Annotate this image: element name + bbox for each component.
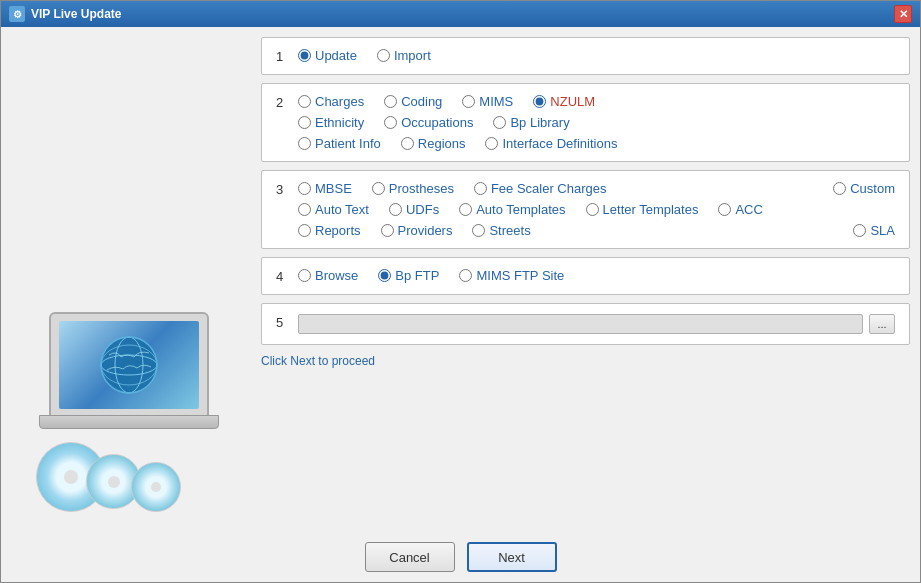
section-2-row-3: Patient Info Regions Interface Definitio… (298, 136, 895, 151)
radio-occupations-label: Occupations (401, 115, 473, 130)
browse-dots-button[interactable]: ... (869, 314, 895, 334)
section-2-header: 2 Charges Coding (276, 94, 895, 151)
section-4: 4 Browse Bp FTP (261, 257, 910, 295)
radio-feescaler[interactable]: Fee Scaler Charges (474, 181, 607, 196)
radio-reports-input[interactable] (298, 224, 311, 237)
section-3-row-3: Reports Providers Streets (298, 223, 895, 238)
radio-feescaler-label: Fee Scaler Charges (491, 181, 607, 196)
radio-lettertemplates-label: Letter Templates (603, 202, 699, 217)
title-bar-left: ⚙ VIP Live Update (9, 6, 121, 22)
section-3-content: MBSE Prostheses Fee Scaler Charges (298, 181, 895, 238)
radio-mimsftp-input[interactable] (459, 269, 472, 282)
radio-bpftp-label: Bp FTP (395, 268, 439, 283)
radio-nzulm-input[interactable] (533, 95, 546, 108)
radio-streets[interactable]: Streets (472, 223, 530, 238)
radio-regions[interactable]: Regions (401, 136, 466, 151)
section-4-row: Browse Bp FTP MIMS FTP Site (298, 268, 895, 283)
radio-charges[interactable]: Charges (298, 94, 364, 109)
radio-lettertemplates-input[interactable] (586, 203, 599, 216)
radio-streets-input[interactable] (472, 224, 485, 237)
radio-regions-input[interactable] (401, 137, 414, 150)
radio-coding[interactable]: Coding (384, 94, 442, 109)
click-next-text: Click Next to proceed (261, 353, 910, 368)
radio-udfs-input[interactable] (389, 203, 402, 216)
radio-patientinfo[interactable]: Patient Info (298, 136, 381, 151)
radio-reports[interactable]: Reports (298, 223, 361, 238)
radio-providers-input[interactable] (381, 224, 394, 237)
radio-bpftp-input[interactable] (378, 269, 391, 282)
laptop-screen-inner (59, 321, 199, 409)
click-next-label: Click Next to proceed (261, 354, 375, 368)
radio-import-label: Import (394, 48, 431, 63)
radio-prostheses-input[interactable] (372, 182, 385, 195)
section-4-content: Browse Bp FTP MIMS FTP Site (298, 268, 895, 283)
radio-mimsftp[interactable]: MIMS FTP Site (459, 268, 564, 283)
radio-import[interactable]: Import (377, 48, 431, 63)
radio-bplibrary-label: Bp Library (510, 115, 569, 130)
section-2-row-2: Ethnicity Occupations Bp Library (298, 115, 895, 130)
radio-prostheses-label: Prostheses (389, 181, 454, 196)
radio-nzulm[interactable]: NZULM (533, 94, 595, 109)
section-1-header: 1 Update Import (276, 48, 895, 64)
radio-mbse-label: MBSE (315, 181, 352, 196)
main-window: ⚙ VIP Live Update ✕ (0, 0, 921, 583)
radio-autotext-label: Auto Text (315, 202, 369, 217)
radio-providers-label: Providers (398, 223, 453, 238)
radio-patientinfo-input[interactable] (298, 137, 311, 150)
radio-acc[interactable]: ACC (718, 202, 762, 217)
radio-occupations[interactable]: Occupations (384, 115, 473, 130)
section-1-num: 1 (276, 48, 290, 64)
radio-browse[interactable]: Browse (298, 268, 358, 283)
radio-sla-input[interactable] (853, 224, 866, 237)
radio-feescaler-input[interactable] (474, 182, 487, 195)
radio-interfacedefs[interactable]: Interface Definitions (485, 136, 617, 151)
right-panel: 1 Update Import (261, 37, 910, 522)
radio-prostheses[interactable]: Prostheses (372, 181, 454, 196)
radio-mims[interactable]: MIMS (462, 94, 513, 109)
radio-interfacedefs-label: Interface Definitions (502, 136, 617, 151)
radio-sla[interactable]: SLA (853, 223, 895, 238)
radio-bplibrary-input[interactable] (493, 116, 506, 129)
radio-autotext[interactable]: Auto Text (298, 202, 369, 217)
section-3-row-1: MBSE Prostheses Fee Scaler Charges (298, 181, 895, 196)
section-2-content: Charges Coding MIMS (298, 94, 895, 151)
radio-mimsftp-label: MIMS FTP Site (476, 268, 564, 283)
section-2: 2 Charges Coding (261, 83, 910, 162)
radio-mbse-input[interactable] (298, 182, 311, 195)
radio-interfacedefs-input[interactable] (485, 137, 498, 150)
close-button[interactable]: ✕ (894, 5, 912, 23)
radio-bpftp[interactable]: Bp FTP (378, 268, 439, 283)
radio-autotext-input[interactable] (298, 203, 311, 216)
radio-mbse[interactable]: MBSE (298, 181, 352, 196)
radio-ethnicity-input[interactable] (298, 116, 311, 129)
radio-lettertemplates[interactable]: Letter Templates (586, 202, 699, 217)
radio-import-input[interactable] (377, 49, 390, 62)
radio-autotemplates[interactable]: Auto Templates (459, 202, 565, 217)
next-button[interactable]: Next (467, 542, 557, 572)
globe-icon (99, 335, 159, 395)
radio-autotemplates-input[interactable] (459, 203, 472, 216)
radio-acc-label: ACC (735, 202, 762, 217)
radio-coding-label: Coding (401, 94, 442, 109)
radio-acc-input[interactable] (718, 203, 731, 216)
radio-update-input[interactable] (298, 49, 311, 62)
section-1: 1 Update Import (261, 37, 910, 75)
radio-providers[interactable]: Providers (381, 223, 453, 238)
radio-udfs[interactable]: UDFs (389, 202, 439, 217)
radio-charges-input[interactable] (298, 95, 311, 108)
radio-bplibrary[interactable]: Bp Library (493, 115, 569, 130)
cancel-button[interactable]: Cancel (365, 542, 455, 572)
radio-reports-label: Reports (315, 223, 361, 238)
radio-update[interactable]: Update (298, 48, 357, 63)
radio-streets-label: Streets (489, 223, 530, 238)
radio-custom[interactable]: Custom (833, 181, 895, 196)
radio-mims-input[interactable] (462, 95, 475, 108)
section-3-row-2: Auto Text UDFs Auto Templates (298, 202, 895, 217)
progress-bar (298, 314, 863, 334)
radio-occupations-input[interactable] (384, 116, 397, 129)
radio-custom-input[interactable] (833, 182, 846, 195)
radio-ethnicity[interactable]: Ethnicity (298, 115, 364, 130)
radio-charges-label: Charges (315, 94, 364, 109)
radio-coding-input[interactable] (384, 95, 397, 108)
radio-browse-input[interactable] (298, 269, 311, 282)
